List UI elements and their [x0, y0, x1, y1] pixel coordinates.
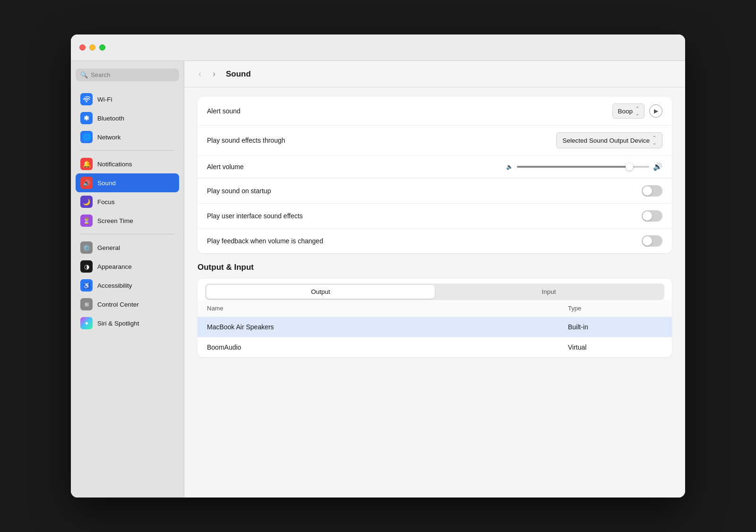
output-input-title: Output & Input: [198, 263, 672, 272]
titlebar: [71, 34, 685, 61]
volume-slider-thumb[interactable]: [626, 163, 633, 171]
sidebar-item-label-focus: Focus: [97, 198, 115, 206]
play-through-value: Selected Sound Output Device: [562, 137, 650, 144]
play-feedback-label: Play feedback when volume is changed: [207, 237, 323, 245]
play-through-label: Play sound effects through: [207, 137, 285, 144]
system-preferences-window: 🔍 Wi-Fi ✱ Bluetooth: [71, 34, 685, 498]
alert-sound-row: Alert sound Boop ⌃⌄ ▶: [198, 97, 672, 126]
sidebar-item-label-general: General: [97, 244, 120, 251]
sidebar-item-network[interactable]: 🌐 Network: [76, 128, 179, 146]
sound-icon: 🔊: [80, 177, 93, 189]
alert-volume-label: Alert volume: [207, 163, 244, 171]
play-feedback-row: Play feedback when volume is changed: [198, 229, 672, 253]
tab-input[interactable]: Input: [435, 285, 663, 299]
sidebar-item-screentime[interactable]: ⏳ Screen Time: [76, 211, 179, 230]
sidebar-group-2: 🔔 Notifications 🔊 Sound 🌙 Focus: [76, 154, 179, 230]
output-input-tabs: Output Input: [205, 283, 664, 300]
volume-high-icon: 🔊: [653, 162, 662, 171]
play-startup-toggle-knob: [643, 186, 652, 196]
sidebar-item-notifications[interactable]: 🔔 Notifications: [76, 154, 179, 173]
search-bar[interactable]: 🔍: [76, 69, 179, 81]
output-input-card: Output Input Name Type MacBook Air Speak…: [198, 279, 672, 357]
output-row-type-macbook: Built-in: [568, 323, 662, 331]
sidebar-item-label-controlcenter: Control Center: [97, 301, 139, 308]
play-ui-effects-row: Play user interface sound effects: [198, 204, 672, 229]
sidebar-item-label-network: Network: [97, 134, 121, 141]
main-header: ‹ › Sound: [184, 61, 685, 87]
play-ui-effects-toggle[interactable]: [642, 210, 662, 222]
volume-low-icon: 🔈: [506, 163, 513, 170]
output-table-header: Name Type: [198, 300, 672, 317]
play-startup-label: Play sound on startup: [207, 187, 271, 195]
sidebar-item-label-bluetooth: Bluetooth: [97, 115, 124, 122]
controlcenter-icon: ⊞: [80, 298, 93, 310]
output-row-name-macbook: MacBook Air Speakers: [207, 323, 568, 331]
maximize-button[interactable]: [99, 44, 105, 51]
volume-slider-fill: [517, 166, 629, 168]
volume-slider-track[interactable]: [517, 166, 649, 168]
sidebar-item-siri[interactable]: ✦ Siri & Spotlight: [76, 314, 179, 333]
play-through-row: Play sound effects through Selected Soun…: [198, 126, 672, 155]
sidebar-item-general[interactable]: ⚙️ General: [76, 238, 179, 257]
sidebar-group-3: ⚙️ General ◑ Appearance ♿ Accessibility: [76, 238, 179, 333]
volume-slider-container: 🔈 🔊: [506, 162, 662, 171]
sidebar-item-wifi[interactable]: Wi-Fi: [76, 90, 179, 109]
output-row-macbook[interactable]: MacBook Air Speakers Built-in: [198, 317, 672, 337]
sidebar-item-bluetooth[interactable]: ✱ Bluetooth: [76, 109, 179, 128]
output-row-type-boomaudio: Virtual: [568, 343, 662, 351]
alert-sound-dropdown[interactable]: Boop ⌃⌄: [612, 103, 644, 119]
play-ui-effects-label: Play user interface sound effects: [207, 212, 303, 220]
sidebar-group-1: Wi-Fi ✱ Bluetooth 🌐 Network: [76, 90, 179, 146]
play-startup-toggle[interactable]: [642, 185, 662, 197]
accessibility-icon: ♿: [80, 279, 93, 292]
main-content: ‹ › Sound Alert sound Boop ⌃⌄: [184, 61, 685, 498]
bluetooth-icon: ✱: [80, 112, 93, 124]
focus-icon: 🌙: [80, 196, 93, 208]
back-button[interactable]: ‹: [196, 68, 204, 80]
play-through-control: Selected Sound Output Device ⌃⌄: [556, 132, 662, 148]
play-feedback-toggle-knob: [643, 236, 652, 246]
sidebar-item-focus[interactable]: 🌙 Focus: [76, 192, 179, 211]
output-row-name-boomaudio: BoomAudio: [207, 343, 568, 351]
notifications-icon: 🔔: [80, 158, 93, 170]
sidebar-item-label-accessibility: Accessibility: [97, 282, 132, 289]
general-icon: ⚙️: [80, 241, 93, 254]
col-name-header: Name: [207, 305, 568, 312]
sound-settings-card: Alert sound Boop ⌃⌄ ▶: [198, 97, 672, 253]
close-button[interactable]: [79, 44, 86, 51]
screentime-icon: ⏳: [80, 215, 93, 227]
play-through-dropdown[interactable]: Selected Sound Output Device ⌃⌄: [556, 132, 662, 148]
alert-sound-value: Boop: [618, 108, 633, 115]
tab-output[interactable]: Output: [206, 285, 435, 299]
chevron-updown-icon-2: ⌃⌄: [653, 135, 656, 146]
sidebar-item-sound[interactable]: 🔊 Sound: [76, 173, 179, 192]
sidebar-item-label-appearance: Appearance: [97, 263, 132, 270]
sidebar-item-label-siri: Siri & Spotlight: [97, 320, 139, 327]
play-alert-sound-button[interactable]: ▶: [649, 104, 662, 118]
sidebar-item-controlcenter[interactable]: ⊞ Control Center: [76, 295, 179, 314]
alert-volume-row: Alert volume 🔈 🔊: [198, 155, 672, 178]
forward-button[interactable]: ›: [210, 68, 218, 80]
col-type-header: Type: [568, 305, 662, 312]
sidebar-item-accessibility[interactable]: ♿ Accessibility: [76, 276, 179, 295]
play-feedback-toggle[interactable]: [642, 235, 662, 247]
play-icon: ▶: [654, 108, 658, 114]
appearance-icon: ◑: [80, 260, 93, 273]
tab-bar-container: Output Input: [198, 279, 672, 300]
content-area: 🔍 Wi-Fi ✱ Bluetooth: [71, 61, 685, 498]
sidebar-item-label-wifi: Wi-Fi: [97, 96, 112, 103]
sidebar-item-appearance[interactable]: ◑ Appearance: [76, 257, 179, 276]
minimize-button[interactable]: [89, 44, 95, 51]
sidebar-divider-1: [80, 150, 174, 151]
output-row-boomaudio[interactable]: BoomAudio Virtual: [198, 337, 672, 357]
output-input-section: Output & Input Output Input Name: [198, 263, 672, 357]
play-ui-effects-toggle-knob: [643, 211, 652, 221]
network-icon: 🌐: [80, 131, 93, 143]
play-startup-row: Play sound on startup: [198, 179, 672, 204]
main-body: Alert sound Boop ⌃⌄ ▶: [184, 87, 685, 498]
chevron-updown-icon: ⌃⌄: [636, 106, 639, 116]
search-input[interactable]: [91, 71, 174, 78]
sidebar-divider-2: [80, 234, 174, 234]
traffic-lights: [79, 44, 105, 51]
sidebar: 🔍 Wi-Fi ✱ Bluetooth: [71, 61, 184, 498]
